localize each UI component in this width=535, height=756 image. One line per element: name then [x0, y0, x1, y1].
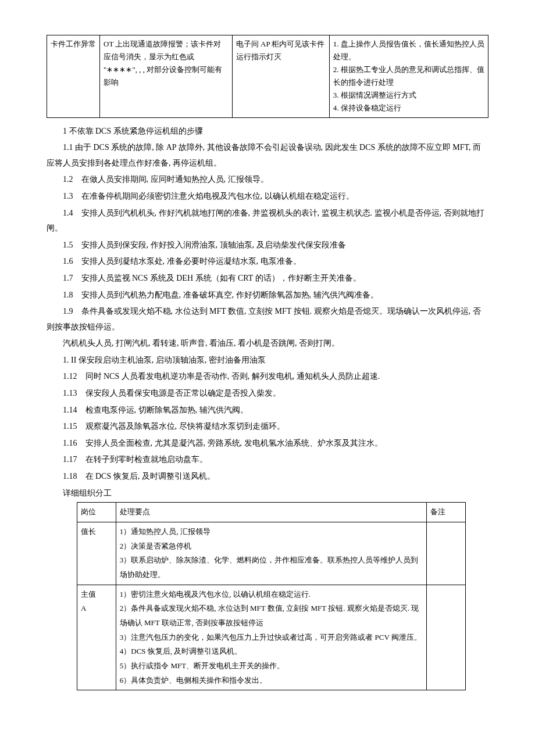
assignment-heading: 详细组织分工 [47, 486, 488, 501]
step-1-4: 1.4 安排人员到汽机机头, 作好汽机就地打闸的准备, 并监视机头的表计, 监视… [47, 206, 488, 237]
step-1-12: 1.12 同时 NCS 人员看发电机逆功率是否动作, 否则, 解列发电机, 通知… [47, 369, 488, 385]
step-1-6: 1.6 安排人员到凝结水泵处, 准备必要时停运凝结水泵, 电泵准备。 [47, 254, 488, 270]
main-a-action-3: 3）注意汽包压力的变化，如果汽包压力上升过快或者过高，可开启旁路或者 PCV 阀… [120, 630, 423, 645]
col-remark: 备注 [427, 503, 466, 522]
fault-ot-cell: OT 上出现通道故障报警；该卡件对应信号消失，显示为红色或 "∗∗∗∗", , … [100, 35, 233, 118]
step-safety-section: 1. II 保安段启动主机油泵, 启动顶轴油泵, 密封油备用油泵 [47, 353, 488, 368]
step-1-13: 1.13 保安段人员看保安电源是否正常以确定是否投入柴发。 [47, 386, 488, 402]
section-1-heading: 1 不依靠 DCS 系统紧急停运机组的步骤 [47, 124, 488, 139]
main-a-action-6: 6）具体负责炉、电侧相关操作和指令发出。 [120, 673, 423, 688]
step-1-2: 1.2 在做人员安排期间, 应同时通知热控人员, 汇报领导。 [47, 172, 488, 188]
assignment-table: 岗位 处理要点 备注 值长 1）通知热控人员, 汇报领导 2）决策是否紧急停机 … [77, 502, 466, 690]
step-turbine: 汽机机头人员, 打闸汽机, 看转速, 听声音, 看油压, 看小机是否跳闸, 否则… [47, 336, 488, 352]
col-actions: 处理要点 [116, 503, 426, 522]
step-1-9: 1.9 条件具备或发现火焰不稳, 水位达到 MFT 数值, 立刻按 MFT 按钮… [47, 304, 488, 335]
action-item-3: 3. 根据情况调整运行方式 [333, 89, 484, 102]
step-1-18: 1.18 在 DCS 恢复后, 及时调整引送风机。 [47, 469, 488, 485]
pos-label-1: 主值 [81, 587, 112, 602]
action-item-2: 2. 根据热工专业人员的意见和调试总指挥、值长的指令进行处理 [333, 63, 484, 89]
step-1-3: 1.3 在准备停机期间必须密切注意火焰电视及汽包水位, 以确认机组在稳定运行。 [47, 189, 488, 205]
row-main-a-pos: 主值 A [77, 585, 116, 690]
step-1-15: 1.15 观察凝汽器及除氧器水位, 尽快将凝结水泵切到走循环。 [47, 419, 488, 435]
leader-action-1: 1）通知热控人员, 汇报领导 [120, 525, 423, 539]
main-a-action-4: 4）DCS 恢复后, 及时调整引送风机。 [120, 644, 423, 659]
step-1-14: 1.14 检查电泵停运, 切断除氧器加热, 辅汽供汽阀。 [47, 403, 488, 418]
main-a-action-5: 5）执行或指令 MFT、断开发电机主开关的操作。 [120, 659, 423, 673]
leader-action-2: 2）决策是否紧急停机 [120, 539, 423, 554]
fault-name-cell: 卡件工作异常 [47, 35, 100, 118]
leader-action-3: 3）联系启动炉、除灰除渣、化学、燃料岗位，并作相应准备。联系热控人员等维护人员到… [120, 553, 423, 582]
main-a-action-2: 2）条件具备或发现火焰不稳, 水位达到 MFT 数值, 立刻按 MFT 按钮. … [120, 601, 423, 630]
action-item-4: 4. 保持设备稳定运行 [333, 102, 484, 114]
step-1-5: 1.5 安排人员到保安段, 作好投入润滑油泵, 顶轴油泵, 及启动柴发代保安段准… [47, 238, 488, 253]
fault-ap-cell: 电子间 AP 柜内可见该卡件运行指示灯灭 [232, 35, 329, 118]
main-a-action-1: 1）密切注意火焰电视及汽包水位, 以确认机组在稳定运行. [120, 587, 423, 602]
step-1-17: 1.17 在转子到零时检查就地启动盘车。 [47, 452, 488, 468]
table-row: 值长 1）通知热控人员, 汇报领导 2）决策是否紧急停机 3）联系启动炉、除灰除… [77, 522, 466, 585]
table-row: 主值 A 1）密切注意火焰电视及汽包水位, 以确认机组在稳定运行. 2）条件具备… [77, 585, 466, 690]
action-item-1: 1. 盘上操作人员报告值长，值长通知热控人员处理。 [333, 38, 484, 63]
step-1-16: 1.16 安排人员全面检查, 尤其是凝汽器, 旁路系统, 发电机氢水油系统、炉水… [47, 436, 488, 452]
row-shift-leader-remark [427, 522, 466, 585]
step-1-1: 1.1 由于 DCS 系统的故障, 除 AP 故障外, 其他设备故障不会引起设备… [47, 140, 488, 171]
col-position: 岗位 [77, 503, 116, 522]
row-main-a-actions: 1）密切注意火焰电视及汽包水位, 以确认机组在稳定运行. 2）条件具备或发现火焰… [116, 585, 426, 690]
fault-table: 卡件工作异常 OT 上出现通道故障报警；该卡件对应信号消失，显示为红色或 "∗∗… [47, 35, 488, 118]
step-1-8: 1.8 安排人员到汽机热力配电盘, 准备破坏真空, 作好切断除氧器加热, 辅汽供… [47, 288, 488, 303]
row-shift-leader-pos: 值长 [77, 522, 116, 585]
fault-actions-cell: 1. 盘上操作人员报告值长，值长通知热控人员处理。 2. 根据热工专业人员的意见… [329, 35, 488, 118]
step-1-7: 1.7 安排人员监视 NCS 系统及 DEH 系统（如有 CRT 的话），作好断… [47, 271, 488, 286]
row-shift-leader-actions: 1）通知热控人员, 汇报领导 2）决策是否紧急停机 3）联系启动炉、除灰除渣、化… [116, 522, 426, 585]
pos-label-2: A [81, 601, 112, 616]
row-main-a-remark [427, 585, 466, 690]
